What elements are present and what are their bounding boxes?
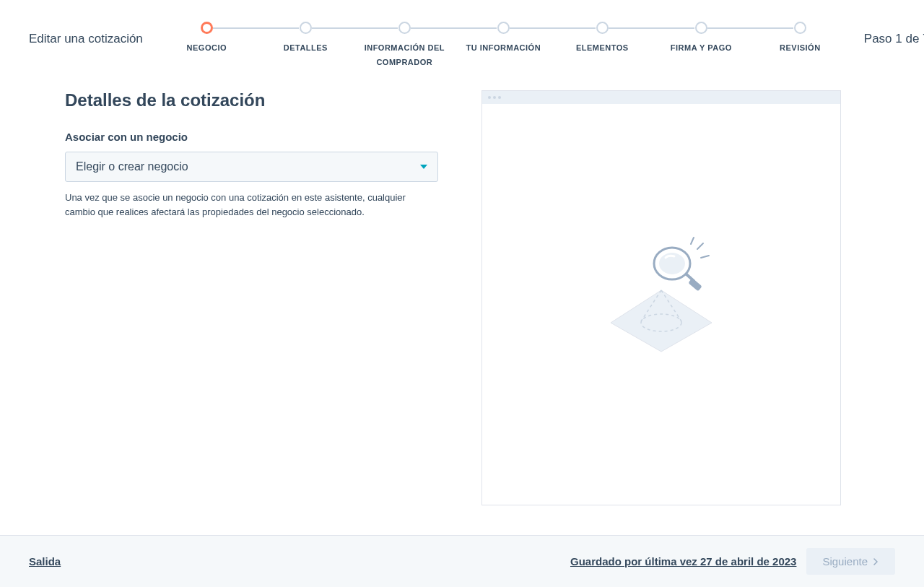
page-title: Editar una cotización xyxy=(29,11,143,46)
step-circle-icon xyxy=(398,22,411,34)
step-negocio[interactable]: NEGOCIO xyxy=(157,11,256,70)
select-placeholder: Elegir o crear negocio xyxy=(76,160,188,173)
form-column: Detalles de la cotización Asociar con un… xyxy=(65,90,438,505)
step-revision[interactable]: REVISIÓN xyxy=(751,11,850,70)
window-dot-icon xyxy=(488,96,491,99)
chevron-right-icon xyxy=(872,558,879,565)
preview-panel xyxy=(481,90,841,505)
step-label: TU INFORMACIÓN xyxy=(466,41,541,56)
step-circle-icon xyxy=(596,22,609,34)
step-circle-icon xyxy=(300,22,312,34)
step-info-comprador[interactable]: INFORMACIÓN DEL COMPRADOR xyxy=(355,11,454,70)
step-circle-icon xyxy=(794,22,806,34)
exit-link[interactable]: Salida xyxy=(29,555,61,568)
step-label: DETALLES xyxy=(284,41,328,56)
last-saved-text[interactable]: Guardado por última vez 27 de abril de 2… xyxy=(570,555,796,568)
field-label: Asociar con un negocio xyxy=(65,131,438,143)
step-label: NEGOCIO xyxy=(187,41,227,56)
step-counter: Paso 1 de 7 xyxy=(864,11,924,46)
step-label: ELEMENTOS xyxy=(576,41,629,56)
step-elementos[interactable]: ELEMENTOS xyxy=(553,11,652,70)
step-circle-icon xyxy=(695,22,707,34)
next-button[interactable]: Siguiente xyxy=(806,548,895,575)
step-label: INFORMACIÓN DEL COMPRADOR xyxy=(361,41,448,70)
step-detalles[interactable]: DETALLES xyxy=(256,11,355,70)
wizard-header: Editar una cotización NEGOCIO DETALLES I… xyxy=(0,0,924,69)
wizard-footer: Salida Guardado por última vez 27 de abr… xyxy=(0,535,924,587)
step-circle-icon xyxy=(201,22,213,34)
step-label: FIRMA Y PAGO xyxy=(671,41,732,56)
preview-browser-chrome xyxy=(482,91,840,104)
empty-search-illustration xyxy=(596,236,726,359)
section-title: Detalles de la cotización xyxy=(65,90,438,110)
step-label: REVISIÓN xyxy=(780,41,821,56)
helper-text: Una vez que se asocie un negocio con una… xyxy=(65,191,426,219)
preview-body xyxy=(482,104,840,505)
svg-line-5 xyxy=(701,256,709,258)
footer-right: Guardado por última vez 27 de abril de 2… xyxy=(570,548,895,575)
svg-line-4 xyxy=(697,243,703,249)
step-circle-icon xyxy=(497,22,510,34)
chevron-down-icon xyxy=(420,165,427,169)
svg-line-6 xyxy=(691,238,694,244)
deal-select[interactable]: Elegir o crear negocio xyxy=(65,152,438,182)
stepper: NEGOCIO DETALLES INFORMACIÓN DEL COMPRAD… xyxy=(143,11,864,70)
svg-rect-3 xyxy=(688,278,702,291)
window-dot-icon xyxy=(493,96,496,99)
step-firma-pago[interactable]: FIRMA Y PAGO xyxy=(652,11,751,70)
step-tu-informacion[interactable]: TU INFORMACIÓN xyxy=(454,11,553,70)
next-button-label: Siguiente xyxy=(822,555,868,568)
main-content: Detalles de la cotización Asociar con un… xyxy=(0,69,924,505)
window-dot-icon xyxy=(498,96,501,99)
